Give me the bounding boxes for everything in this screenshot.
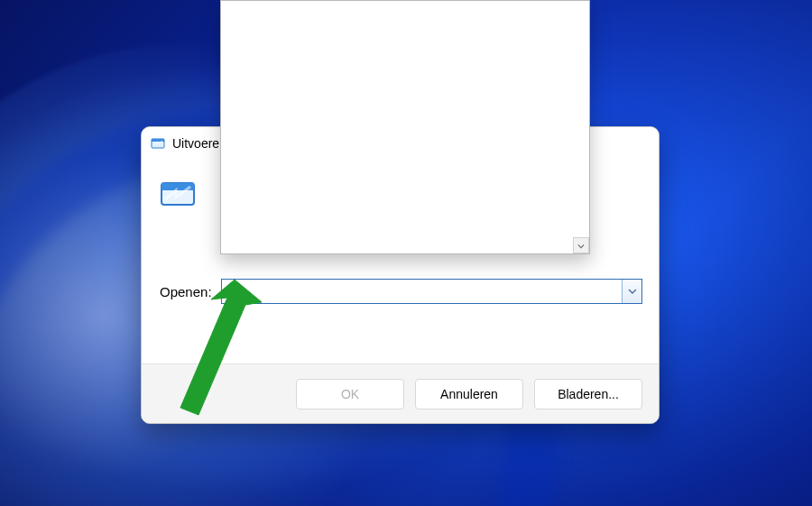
ok-button[interactable]: OK <box>296 379 404 409</box>
dialog-footer: OK Annuleren Bladeren... <box>142 363 659 423</box>
open-combobox[interactable] <box>221 279 642 304</box>
chevron-down-icon <box>628 284 637 299</box>
titlebar-title: Uitvoeren <box>172 136 226 151</box>
browse-button[interactable]: Bladeren... <box>534 379 642 409</box>
chevron-down-icon <box>577 238 585 253</box>
run-icon-small <box>151 136 165 151</box>
cancel-button[interactable]: Annuleren <box>415 379 523 409</box>
autocomplete-popup[interactable] <box>220 0 590 254</box>
run-icon-large <box>160 176 196 212</box>
open-label: Openen: <box>160 284 212 299</box>
open-dropdown-button[interactable] <box>622 280 641 303</box>
open-input[interactable] <box>222 280 622 303</box>
scrollbar-down-button[interactable] <box>573 237 589 253</box>
